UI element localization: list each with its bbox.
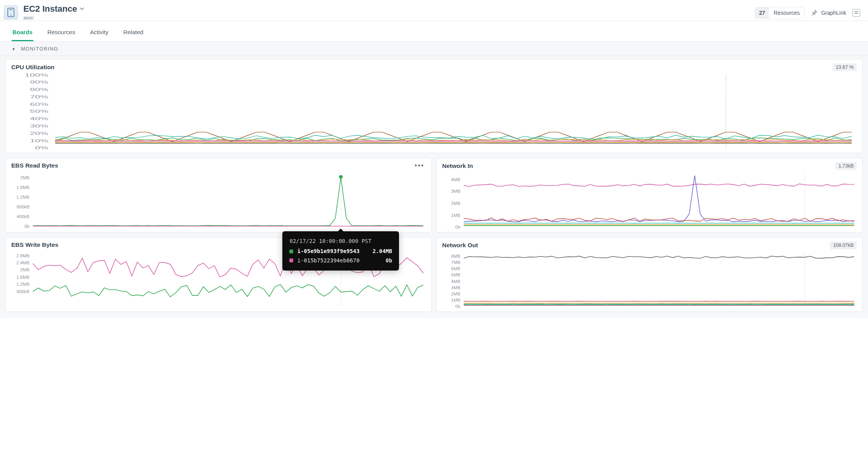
tooltip-series-value: 0b: [386, 256, 392, 265]
panel-value-badge: 1.73kB: [835, 162, 857, 170]
svg-text:2MB: 2MB: [20, 268, 30, 272]
svg-text:30%: 30%: [30, 124, 49, 128]
svg-text:0b: 0b: [455, 225, 460, 230]
tooltip-series-value: 2.04MB: [373, 247, 392, 256]
chart-tooltip: 02/17/22 10:00:00.000 PSTi-05e9b1e993f9e…: [282, 231, 399, 271]
svg-text:0b: 0b: [24, 224, 30, 229]
panel-ebs_read: EBS Read Bytes•••0b400kB800kB1.2MB1.6MB2…: [5, 158, 432, 232]
svg-text:10%: 10%: [30, 138, 49, 143]
svg-text:3MB: 3MB: [451, 189, 460, 194]
page-title: EC2 Instance: [23, 4, 77, 14]
legend-swatch-icon: [289, 258, 293, 262]
note-icon[interactable]: [852, 9, 860, 17]
svg-text:70%: 70%: [30, 94, 49, 99]
series-line: [464, 184, 854, 187]
tooltip-timestamp: 02/17/22 10:00:00.000 PST: [289, 237, 392, 246]
resource-type-icon: [4, 5, 18, 19]
svg-text:4MB: 4MB: [451, 279, 460, 284]
svg-text:2MB: 2MB: [451, 201, 460, 206]
svg-text:1.6MB: 1.6MB: [16, 185, 30, 190]
breadcrumb: aws/: [23, 15, 85, 21]
chart-net_out[interactable]: 0b1MB2MB3MB4MB5MB6MB7MB8MB: [442, 251, 857, 309]
collapse-triangle-icon: ▼: [12, 47, 16, 51]
page-title-dropdown[interactable]: EC2 Instance: [23, 4, 85, 14]
panel-title: CPU Utilization: [11, 64, 54, 71]
panel-title: EBS Read Bytes: [11, 162, 58, 169]
page-header: EC2 Instance aws/ 27 Resources GraphLink: [0, 0, 868, 21]
svg-text:40%: 40%: [30, 116, 49, 121]
svg-text:60%: 60%: [30, 102, 49, 107]
svg-point-2: [10, 15, 11, 16]
series-line: [464, 256, 854, 258]
svg-text:4MB: 4MB: [451, 177, 460, 182]
svg-text:800kB: 800kB: [17, 289, 30, 294]
svg-text:90%: 90%: [30, 80, 49, 84]
tooltip-series-label: i-015b7522394eb6670: [297, 256, 382, 265]
svg-text:5MB: 5MB: [451, 273, 460, 278]
svg-text:2MB: 2MB: [20, 175, 30, 180]
svg-text:7MB: 7MB: [451, 260, 460, 265]
tab-related[interactable]: Related: [122, 23, 144, 41]
panel-title: EBS Write Bytes: [11, 241, 58, 248]
panel-net_out: Network Out108.07kB0b1MB2MB3MB4MB5MB6MB7…: [436, 237, 863, 312]
panel-grid: CPU Utilization13.67 %0%10%20%30%40%50%6…: [0, 56, 868, 318]
svg-text:6MB: 6MB: [451, 266, 460, 271]
svg-text:2.4MB: 2.4MB: [16, 260, 30, 265]
panel-title: Network Out: [442, 242, 478, 249]
main-tabs: BoardsResourcesActivityRelated: [0, 23, 868, 41]
series-line: [33, 285, 423, 297]
svg-text:2.8MB: 2.8MB: [16, 253, 30, 258]
section-title: MONITORING: [21, 46, 58, 52]
svg-text:50%: 50%: [30, 109, 49, 114]
series-line: [33, 177, 423, 226]
graphlink-button[interactable]: GraphLink: [811, 9, 846, 17]
svg-text:1.2MB: 1.2MB: [16, 282, 30, 287]
svg-text:0b: 0b: [455, 304, 460, 309]
chart-ebs_read[interactable]: 0b400kB800kB1.2MB1.6MB2MB: [11, 171, 426, 229]
svg-text:2MB: 2MB: [451, 292, 460, 296]
tooltip-row: i-05e9b1e993f9e95432.04MB: [289, 247, 392, 256]
svg-text:1.6MB: 1.6MB: [16, 275, 30, 279]
tab-resources[interactable]: Resources: [47, 23, 76, 41]
tab-activity[interactable]: Activity: [89, 23, 109, 41]
svg-text:0%: 0%: [35, 145, 49, 150]
panel-value-badge: 13.67 %: [833, 63, 857, 71]
svg-text:400kB: 400kB: [17, 215, 30, 219]
tooltip-series-label: i-05e9b1e993f9e9543: [297, 247, 368, 256]
resources-label: Resources: [769, 7, 804, 18]
legend-swatch-icon: [289, 250, 293, 253]
svg-text:100%: 100%: [24, 73, 48, 77]
svg-text:1MB: 1MB: [451, 298, 460, 303]
monitoring-section-header[interactable]: ▼ MONITORING: [0, 41, 868, 56]
chevron-down-icon: [79, 6, 85, 12]
svg-text:1MB: 1MB: [451, 213, 460, 218]
svg-text:20%: 20%: [30, 131, 49, 136]
chart-net_in[interactable]: 0b1MB2MB3MB4MB: [442, 171, 857, 230]
svg-text:800kB: 800kB: [17, 205, 30, 210]
svg-text:3MB: 3MB: [451, 285, 460, 290]
pin-icon: [811, 9, 818, 17]
tooltip-row: i-015b7522394eb66700b: [289, 256, 392, 265]
panel-value-badge: 108.07kB: [830, 241, 857, 249]
svg-text:80%: 80%: [30, 87, 49, 92]
svg-text:8MB: 8MB: [451, 254, 460, 258]
panel-title: Network In: [442, 162, 473, 169]
tab-boards[interactable]: Boards: [12, 23, 33, 41]
panel-menu-icon[interactable]: •••: [413, 162, 426, 169]
series-line: [464, 176, 854, 222]
panel-cpu: CPU Utilization13.67 %0%10%20%30%40%50%6…: [5, 59, 863, 153]
chart-cpu[interactable]: 0%10%20%30%40%50%60%70%80%90%100%: [11, 73, 857, 150]
svg-text:1.2MB: 1.2MB: [16, 195, 30, 200]
resources-count: 27: [755, 7, 769, 18]
panel-net_in: Network In1.73kB0b1MB2MB3MB4MB: [436, 158, 863, 232]
hover-marker: [339, 175, 343, 179]
resources-pill[interactable]: 27 Resources: [755, 7, 805, 19]
